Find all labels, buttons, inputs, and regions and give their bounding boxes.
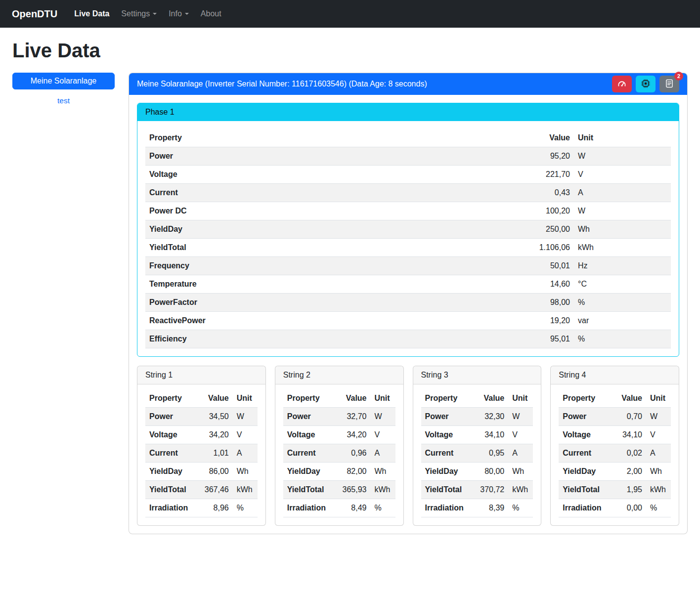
value-cell: 50,01 <box>500 257 574 275</box>
table-header-row: Property Value Unit <box>283 389 395 408</box>
table-header-row: Property Value Unit <box>421 389 533 408</box>
device-info-button[interactable] <box>636 76 656 92</box>
property-cell: Irradiation <box>559 499 611 517</box>
nav-item-settings[interactable]: Settings <box>117 5 161 22</box>
unit-cell: % <box>574 330 671 348</box>
table-row: Power0,70W <box>559 408 671 426</box>
property-cell: YieldDay <box>145 463 197 481</box>
table-row: Current0,96A <box>283 444 395 463</box>
table-row: PowerFactor98,00% <box>145 294 671 312</box>
string-card-title: String 2 <box>275 366 403 384</box>
value-cell: 98,00 <box>500 294 574 312</box>
inverter-select-button[interactable]: Meine Solaranlage <box>12 73 115 89</box>
column-header-unit: Unit <box>574 129 671 147</box>
table-row: ReactivePower19,20var <box>145 312 671 330</box>
unit-cell: W <box>233 408 258 426</box>
unit-cell: Wh <box>371 463 395 481</box>
table-row: Voltage34,10V <box>421 426 533 444</box>
column-header-value: Value <box>335 389 371 408</box>
unit-cell: W <box>574 147 671 166</box>
property-cell: Frequency <box>145 257 500 275</box>
table-row: YieldDay80,00Wh <box>421 463 533 481</box>
value-cell: 370,72 <box>473 481 508 499</box>
unit-cell: W <box>646 408 671 426</box>
value-cell: 0,95 <box>473 444 508 463</box>
value-cell: 80,00 <box>473 463 508 481</box>
value-cell: 0,43 <box>500 184 574 202</box>
column-header-value: Value <box>611 389 646 408</box>
property-cell: Current <box>283 444 335 463</box>
property-cell: ReactivePower <box>145 312 500 330</box>
value-cell: 0,00 <box>611 499 646 517</box>
table-row: Power32,70W <box>283 408 395 426</box>
value-cell: 0,70 <box>611 408 646 426</box>
value-cell: 32,30 <box>473 408 508 426</box>
property-cell: YieldTotal <box>283 481 335 499</box>
property-cell: Current <box>145 444 197 463</box>
column-header-value: Value <box>197 389 233 408</box>
nav-item-info[interactable]: Info <box>165 5 193 22</box>
column-header-value: Value <box>473 389 508 408</box>
unit-cell: Wh <box>233 463 258 481</box>
string-card-title: String 4 <box>551 366 679 384</box>
inverter-panel-body: Phase 1 Property Value Unit Power95,20WV… <box>129 95 687 534</box>
property-cell: Power <box>145 147 500 166</box>
unit-cell: W <box>508 408 533 426</box>
unit-cell: kWh <box>233 481 258 499</box>
table-row: Power95,20W <box>145 147 671 166</box>
inverter-sidebar: Meine Solaranlage test <box>12 73 115 105</box>
column-header-property: Property <box>421 389 473 408</box>
phase-data-table: Property Value Unit Power95,20WVoltage22… <box>145 129 671 348</box>
property-cell: YieldDay <box>559 463 611 481</box>
property-cell: YieldDay <box>283 463 335 481</box>
unit-cell: % <box>508 499 533 517</box>
unit-cell: V <box>371 426 395 444</box>
phase-card: Phase 1 Property Value Unit Power95,20WV… <box>137 103 679 357</box>
page-container: Live Data Meine Solaranlage test Meine S… <box>0 28 700 539</box>
property-cell: Efficiency <box>145 330 500 348</box>
property-cell: Irradiation <box>283 499 335 517</box>
table-row: Current0,02A <box>559 444 671 463</box>
table-row: YieldTotal1.106,06kWh <box>145 239 671 257</box>
table-row: Power DC100,20W <box>145 202 671 220</box>
nav-item-about[interactable]: About <box>197 5 225 22</box>
table-row: Irradiation8,49% <box>283 499 395 517</box>
unit-cell: Wh <box>574 220 671 239</box>
unit-cell: A <box>574 184 671 202</box>
unit-cell: V <box>646 426 671 444</box>
property-cell: Power <box>559 408 611 426</box>
top-navbar: OpenDTU Live Data Settings Info About <box>0 0 700 28</box>
value-cell: 1,95 <box>611 481 646 499</box>
value-cell: 8,96 <box>197 499 233 517</box>
column-header-unit: Unit <box>508 389 533 408</box>
unit-cell: W <box>574 202 671 220</box>
nav-item-live-data[interactable]: Live Data <box>70 5 113 22</box>
inverter-panel-title: Meine Solaranlage (Inverter Serial Numbe… <box>137 80 427 88</box>
value-cell: 19,20 <box>500 312 574 330</box>
inverter-panel-header: Meine Solaranlage (Inverter Serial Numbe… <box>129 73 687 95</box>
table-row: YieldDay2,00Wh <box>559 463 671 481</box>
value-cell: 8,39 <box>473 499 508 517</box>
unit-cell: V <box>508 426 533 444</box>
column-header-property: Property <box>145 129 500 147</box>
column-header-property: Property <box>559 389 611 408</box>
table-row: Voltage34,20V <box>145 426 258 444</box>
limit-settings-button[interactable] <box>612 76 632 92</box>
value-cell: 8,49 <box>335 499 371 517</box>
table-row: Efficiency95,01% <box>145 330 671 348</box>
chevron-down-icon <box>185 13 189 15</box>
table-row: YieldTotal367,46kWh <box>145 481 258 499</box>
property-cell: YieldDay <box>145 220 500 239</box>
phase-card-body: Property Value Unit Power95,20WVoltage22… <box>137 121 679 356</box>
property-cell: Voltage <box>421 426 473 444</box>
inverter-link-test[interactable]: test <box>12 96 115 105</box>
table-row: Power34,50W <box>145 408 258 426</box>
table-row: Irradiation0,00% <box>559 499 671 517</box>
unit-cell: A <box>508 444 533 463</box>
property-cell: Irradiation <box>421 499 473 517</box>
brand-opendtu[interactable]: OpenDTU <box>12 8 57 20</box>
unit-cell: % <box>574 294 671 312</box>
event-log-button[interactable]: 2 <box>659 76 679 92</box>
value-cell: 82,00 <box>335 463 371 481</box>
table-row: YieldTotal1,95kWh <box>559 481 671 499</box>
